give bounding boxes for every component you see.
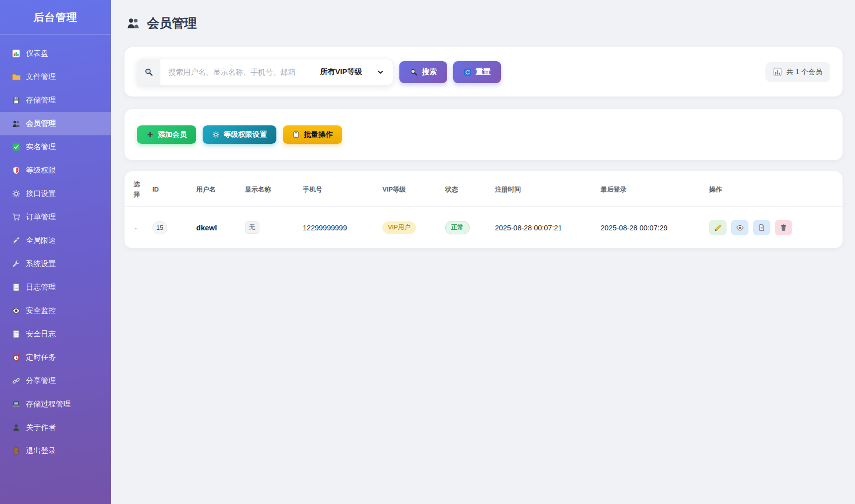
reset-icon	[464, 68, 472, 76]
column-header-register-time: 注册时间	[489, 171, 595, 207]
row-display-name-badge: 无	[245, 221, 259, 234]
add-member-button[interactable]: 添加会员	[137, 125, 196, 144]
laptop-icon	[12, 400, 20, 408]
sidebar-item-label: 会员管理	[26, 119, 56, 128]
sidebar-nav: 仪表盘 文件管理 存储管理 会员管理 实名管理 等级权限 接口设置	[0, 35, 111, 463]
sidebar-item-label: 安全日志	[26, 329, 56, 339]
person-icon	[12, 423, 20, 432]
sidebar-item-label: 系统设置	[26, 259, 56, 269]
sidebar-item-files[interactable]: 文件管理	[0, 65, 111, 89]
dashboard-icon	[12, 49, 20, 58]
sidebar-item-dashboard[interactable]: 仪表盘	[0, 42, 111, 65]
search-button[interactable]: 搜索	[399, 61, 447, 83]
reset-button[interactable]: 重置	[453, 61, 501, 83]
vip-level-selected: 所有VIP等级	[320, 67, 362, 77]
sidebar-item-security-monitor[interactable]: 安全监控	[0, 299, 111, 322]
search-icon	[410, 68, 418, 76]
column-header-id: ID	[146, 171, 190, 207]
sidebar: 后台管理 仪表盘 文件管理 存储管理 会员管理 实名管理 等级权限	[0, 0, 111, 504]
eye-icon	[12, 306, 20, 315]
sidebar-item-orders[interactable]: 订单管理	[0, 205, 111, 229]
sidebar-item-label: 关于作者	[26, 423, 56, 432]
trash-icon	[780, 224, 787, 231]
sidebar-item-speedlimit[interactable]: 全局限速	[0, 229, 111, 252]
gear-icon	[12, 190, 20, 198]
eye-icon	[736, 224, 744, 232]
view-button[interactable]	[731, 220, 748, 235]
notepad-icon	[12, 330, 20, 338]
column-header-phone: 手机号	[297, 171, 376, 207]
level-permission-settings-button[interactable]: 等级权限设置	[203, 125, 276, 144]
sidebar-item-label: 仪表盘	[26, 49, 48, 58]
link-icon	[12, 377, 20, 385]
sidebar-item-share[interactable]: 分享管理	[0, 369, 111, 393]
row-id-badge: 15	[152, 221, 167, 234]
column-header-last-login: 最后登录	[595, 171, 703, 207]
door-icon	[12, 447, 20, 455]
row-phone: 12299999999	[297, 207, 376, 249]
search-box: 所有VIP等级	[137, 59, 393, 86]
search-input[interactable]	[160, 59, 310, 85]
member-count-label: 共 1 个会员	[786, 68, 822, 77]
sidebar-item-label: 定时任务	[26, 353, 56, 362]
batch-operations-button[interactable]: 批量操作	[283, 125, 342, 144]
column-header-operations: 操作	[703, 171, 843, 207]
sidebar-item-label: 实名管理	[26, 142, 56, 152]
row-select-mark[interactable]: -	[124, 207, 146, 249]
rocket-icon	[12, 236, 20, 245]
wrench-icon	[12, 260, 20, 268]
sidebar-item-cron[interactable]: 定时任务	[0, 346, 111, 369]
column-header-display-name: 显示名称	[239, 171, 297, 207]
shield-icon	[12, 166, 20, 175]
sidebar-item-label: 全局限速	[26, 236, 56, 245]
sidebar-item-label: 存储管理	[26, 96, 56, 105]
vip-level-select[interactable]: 所有VIP等级	[310, 59, 393, 85]
file-button[interactable]	[753, 220, 770, 235]
sidebar-item-label: 退出登录	[26, 446, 56, 456]
sidebar-item-logout[interactable]: 退出登录	[0, 439, 111, 463]
sidebar-item-system[interactable]: 系统设置	[0, 252, 111, 276]
member-count-badge: 共 1 个会员	[765, 62, 830, 82]
row-status-badge: 正常	[445, 221, 470, 234]
sidebar-item-about[interactable]: 关于作者	[0, 416, 111, 439]
table-header-row: 选择 ID 用户名 显示名称 手机号 VIP等级 状态 注册时间 最后登录 操作	[124, 171, 843, 207]
sidebar-item-label: 存储过程管理	[26, 400, 71, 409]
sidebar-item-logs[interactable]: 日志管理	[0, 276, 111, 299]
table-row: - 15 dkewl 无 12299999999 VIP用户 正常 2025-0…	[124, 207, 843, 249]
sidebar-item-storage[interactable]: 存储管理	[0, 89, 111, 112]
row-vip-badge: VIP用户	[382, 221, 416, 234]
main-content: 会员管理 所有VIP等级 搜索 重置	[111, 0, 855, 248]
page-title: 会员管理	[147, 15, 197, 31]
members-table: 选择 ID 用户名 显示名称 手机号 VIP等级 状态 注册时间 最后登录 操作…	[124, 171, 843, 248]
row-register-time: 2025-08-28 00:07:21	[489, 207, 595, 249]
clipboard-icon	[292, 131, 300, 138]
sidebar-item-stored-proc[interactable]: 存储过程管理	[0, 393, 111, 416]
row-last-login: 2025-08-28 00:07:29	[595, 207, 703, 249]
floppy-icon	[12, 96, 20, 104]
app-brand: 后台管理	[0, 0, 111, 35]
members-icon	[126, 16, 140, 30]
folder-icon	[12, 73, 20, 81]
sidebar-item-levels[interactable]: 等级权限	[0, 159, 111, 182]
gear-icon	[212, 131, 220, 138]
column-header-select: 选择	[124, 171, 146, 207]
column-header-username: 用户名	[190, 171, 239, 207]
sidebar-item-label: 等级权限	[26, 166, 56, 175]
file-icon	[758, 224, 765, 231]
row-actions	[709, 220, 837, 235]
sidebar-item-security-logs[interactable]: 安全日志	[0, 322, 111, 346]
sidebar-item-api[interactable]: 接口设置	[0, 182, 111, 205]
sidebar-item-label: 日志管理	[26, 283, 56, 292]
edit-button[interactable]	[709, 220, 727, 235]
members-table-card: 选择 ID 用户名 显示名称 手机号 VIP等级 状态 注册时间 最后登录 操作…	[124, 171, 843, 248]
sidebar-item-label: 分享管理	[26, 376, 56, 386]
check-icon	[12, 143, 20, 151]
chevron-down-icon	[377, 69, 384, 76]
sidebar-item-label: 接口设置	[26, 189, 56, 199]
pencil-icon	[714, 224, 722, 232]
sidebar-item-members[interactable]: 会员管理	[0, 112, 111, 135]
sidebar-item-realname[interactable]: 实名管理	[0, 135, 111, 159]
delete-button[interactable]	[775, 220, 792, 235]
sidebar-item-label: 订单管理	[26, 212, 56, 222]
notepad-icon	[12, 283, 20, 292]
